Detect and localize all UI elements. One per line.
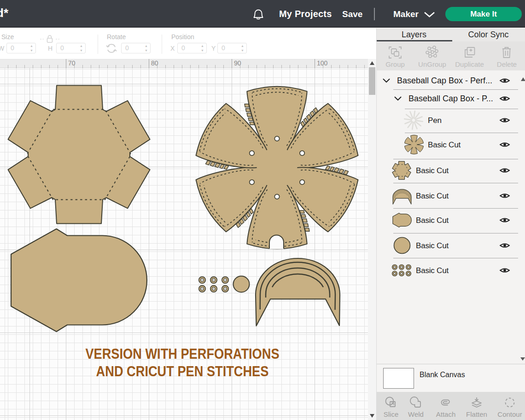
svg-text:Baseball Cap Box - P...: Baseball Cap Box - P... — [408, 94, 493, 103]
svg-text:100: 100 — [317, 59, 328, 67]
svg-text:Basic Cut: Basic Cut — [416, 266, 449, 275]
svg-text:90: 90 — [234, 59, 241, 67]
svg-text:Baseball Cap Box - Perf...: Baseball Cap Box - Perf... — [397, 76, 492, 85]
svg-text:70: 70 — [68, 59, 76, 67]
svg-text:Basic Cut: Basic Cut — [416, 166, 449, 175]
svg-text:Basic Cut: Basic Cut — [416, 192, 449, 200]
svg-text:Basic Cut: Basic Cut — [428, 140, 461, 149]
svg-text:Basic Cut: Basic Cut — [416, 216, 449, 225]
svg-text:Basic Cut: Basic Cut — [416, 241, 449, 250]
svg-text:80: 80 — [151, 59, 158, 67]
svg-text:Pen: Pen — [428, 116, 442, 125]
